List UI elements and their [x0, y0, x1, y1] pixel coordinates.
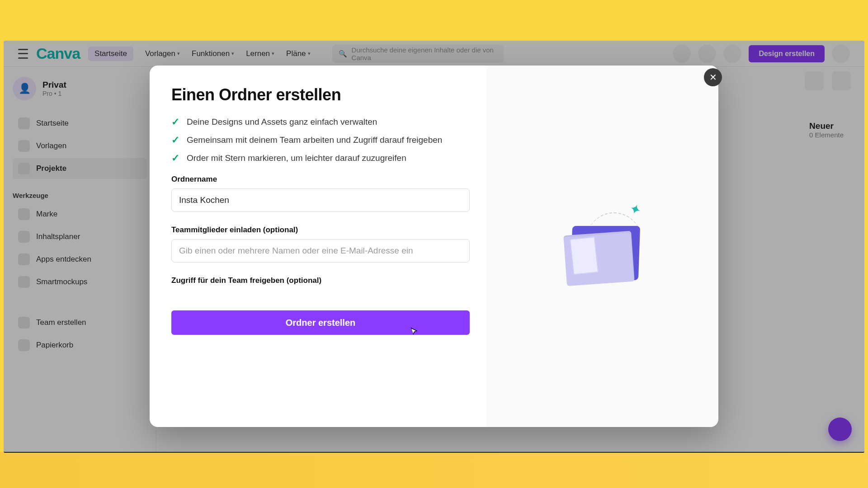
folder-name-label: Ordnername: [171, 175, 465, 184]
check-icon: ✓: [171, 116, 179, 128]
invite-input[interactable]: [171, 239, 470, 263]
create-folder-button[interactable]: Ordner erstellen: [171, 310, 470, 335]
invite-label: Teammitglieder einladen (optional): [171, 225, 465, 235]
benefit-item: ✓Gemeinsam mit deinem Team arbeiten und …: [171, 134, 465, 146]
benefit-item: ✓Deine Designs und Assets ganz einfach v…: [171, 116, 465, 128]
benefit-text: Deine Designs und Assets ganz einfach ve…: [187, 117, 377, 127]
modal-overlay: ✕ Einen Ordner erstellen ✓Deine Designs …: [4, 41, 864, 452]
check-icon: ✓: [171, 152, 179, 164]
benefit-text: Gemeinsam mit deinem Team arbeiten und Z…: [187, 135, 442, 145]
close-button[interactable]: ✕: [704, 68, 722, 86]
butterfly-icon: ✦: [627, 200, 643, 219]
share-label: Zugriff für dein Team freigeben (optiona…: [171, 276, 465, 285]
modal-title: Einen Ordner erstellen: [171, 85, 465, 104]
benefits-list: ✓Deine Designs und Assets ganz einfach v…: [171, 116, 465, 164]
app-frame: Canva Startseite Vorlagen▾ Funktionen▾ L…: [4, 41, 864, 453]
benefit-text: Order mit Stern markieren, um leichter d…: [187, 153, 406, 163]
close-icon: ✕: [709, 72, 717, 83]
benefit-item: ✓Order mit Stern markieren, um leichter …: [171, 152, 465, 164]
check-icon: ✓: [171, 134, 179, 146]
folder-name-input[interactable]: [171, 188, 470, 212]
create-folder-modal: ✕ Einen Ordner erstellen ✓Deine Designs …: [150, 66, 718, 427]
modal-illustration: ✦: [486, 66, 718, 427]
